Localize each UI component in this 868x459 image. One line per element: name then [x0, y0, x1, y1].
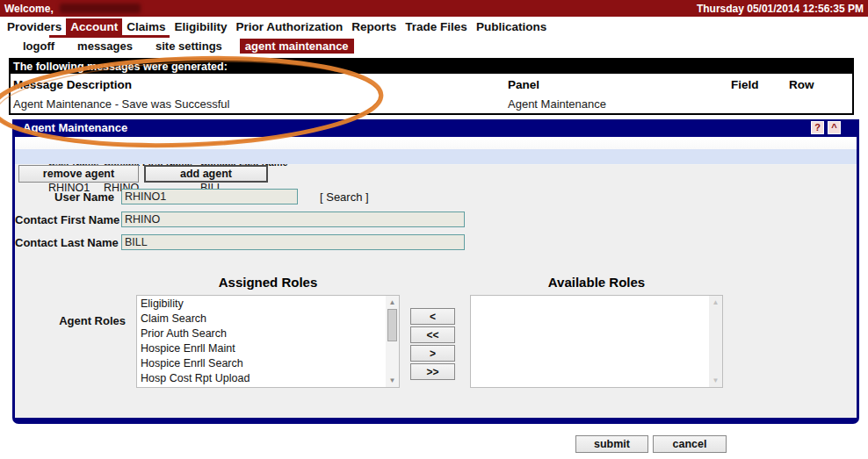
column-header-field: Field — [731, 78, 759, 91]
assigned-roles-items: Eligibility Claim Search Prior Auth Sear… — [137, 297, 385, 386]
nav-item-reports[interactable]: Reports — [347, 18, 401, 35]
move-all-left-button[interactable]: << — [410, 326, 455, 343]
agent-maintenance-panel: Agent Maintenance ? ^ User Name Contact … — [12, 119, 859, 424]
list-item-role[interactable]: Hospice Enrll Maint — [137, 341, 385, 356]
datetime-text: Thursday 05/01/2014 12:56:35 PM — [697, 3, 864, 15]
subnav-item-messages[interactable]: messages — [72, 39, 138, 54]
nav-item-prior-authorization[interactable]: Prior Authorization — [232, 18, 348, 35]
messages-banner: The following messages were generated: — [11, 60, 852, 74]
contact-first-name-field[interactable] — [121, 212, 465, 227]
user-name-field[interactable] — [121, 189, 298, 204]
add-agent-button[interactable]: add agent — [144, 165, 268, 183]
contact-last-name-label: Contact Last Name — [15, 236, 114, 249]
list-item-role[interactable]: Eligibility — [137, 297, 385, 312]
column-header-panel: Panel — [508, 78, 539, 91]
panel-header: Agent Maintenance ? ^ — [12, 119, 859, 137]
scroll-down-icon[interactable]: ▼ — [386, 375, 399, 386]
nav-item-eligibility[interactable]: Eligibility — [170, 18, 232, 35]
list-item-role[interactable]: Claim Search — [137, 312, 385, 326]
cancel-button[interactable]: cancel — [653, 435, 727, 453]
available-roles-title: Available Roles — [470, 275, 723, 290]
agent-roles-label: Agent Roles — [15, 314, 126, 327]
welcome-text: Welcome, — [4, 3, 54, 15]
account-subnav: logoff messages site settings agent main… — [0, 38, 868, 54]
list-item-role[interactable]: Prior Auth Search — [137, 326, 385, 341]
remove-agent-button[interactable]: remove agent — [18, 165, 139, 183]
help-icon[interactable]: ? — [811, 121, 824, 134]
scroll-up-icon[interactable]: ▲ — [386, 297, 399, 308]
move-right-button[interactable]: > — [410, 345, 455, 362]
scrollbar-thumb[interactable] — [387, 309, 397, 341]
nav-item-claims[interactable]: Claims — [122, 18, 170, 35]
move-left-button[interactable]: < — [410, 308, 455, 325]
contact-first-name-label: Contact First Name — [15, 213, 114, 226]
subnav-item-logoff[interactable]: logoff — [18, 39, 60, 54]
scroll-down-icon[interactable]: ▼ — [709, 375, 722, 386]
assigned-roles-listbox[interactable]: Eligibility Claim Search Prior Auth Sear… — [136, 295, 400, 388]
message-description-value: Agent Maintenance - Save was Successful — [13, 97, 229, 111]
title-bar: Welcome, Thursday 05/01/2014 12:56:35 PM — [0, 0, 868, 17]
submit-button[interactable]: submit — [575, 435, 648, 453]
message-panel-value: Agent Maintenance — [508, 97, 606, 111]
nav-item-providers[interactable]: Providers — [3, 18, 66, 35]
subnav-item-site-settings[interactable]: site settings — [150, 39, 228, 54]
move-all-right-button[interactable]: >> — [410, 363, 455, 380]
search-link[interactable]: [ Search ] — [320, 190, 369, 204]
available-roles-scrollbar[interactable]: ▲ ▼ — [709, 296, 722, 387]
assigned-roles-scrollbar[interactable]: ▲ ▼ — [386, 296, 399, 387]
list-item-role[interactable]: Hosp Cost Rpt Upload — [137, 371, 385, 386]
contact-last-name-field[interactable] — [121, 234, 465, 250]
nav-item-account[interactable]: Account — [66, 18, 122, 35]
assigned-roles-title: Assigned Roles — [136, 275, 400, 290]
messages-panel: The following messages were generated: M… — [9, 58, 854, 115]
list-item-role[interactable]: Hospice Enrll Search — [137, 356, 385, 371]
table-row-selected[interactable]: RHINO1 RHINO BILL — [15, 149, 857, 164]
column-header-row: Row — [789, 78, 814, 91]
redacted-username — [60, 4, 141, 13]
nav-item-publications[interactable]: Publications — [472, 18, 551, 35]
column-header-message-description: Message Description — [13, 78, 132, 91]
main-nav: Providers Account Claims Eligibility Pri… — [0, 17, 868, 36]
available-roles-listbox[interactable]: ▲ ▼ — [470, 295, 723, 388]
user-name-label: User Name — [15, 190, 114, 204]
scroll-up-icon[interactable]: ▲ — [709, 297, 722, 308]
collapse-panel-icon[interactable]: ^ — [828, 121, 841, 134]
messages-body: Message Description Panel Field Row Agen… — [11, 74, 852, 113]
nav-item-trade-files[interactable]: Trade Files — [401, 18, 472, 35]
panel-title: Agent Maintenance — [23, 121, 127, 134]
subnav-item-agent-maintenance[interactable]: agent maintenance — [240, 39, 354, 54]
